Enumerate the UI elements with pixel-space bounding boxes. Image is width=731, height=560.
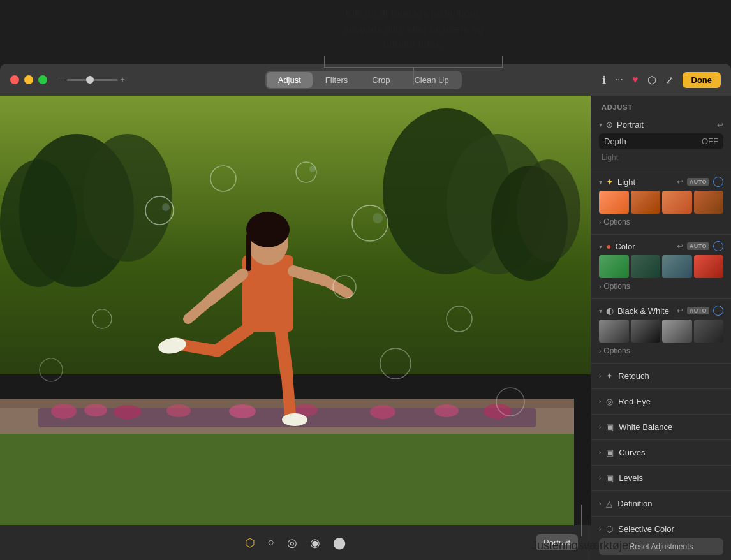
brightness-thumb	[86, 76, 94, 84]
light-auto-badge[interactable]: AUTO	[687, 178, 709, 186]
maximize-button[interactable]	[38, 75, 47, 84]
color-title: Color	[615, 242, 672, 251]
redeye-section[interactable]: › ◎ Red-Eye	[591, 392, 731, 411]
brightness-slider[interactable]	[67, 79, 118, 81]
minimize-button[interactable]	[24, 75, 33, 84]
tab-filters[interactable]: Filters	[314, 72, 359, 88]
whitebalance-section[interactable]: › ▣ White Balance	[591, 417, 731, 437]
chevron-right-redeye: ›	[599, 398, 601, 405]
more-icon[interactable]: ···	[615, 74, 623, 85]
light-section: ▾ ✦ Light ↩ AUTO ›	[591, 173, 731, 232]
bw-section: ▾ ◐ Black & White ↩ AUTO ›	[591, 302, 731, 360]
svg-rect-10	[0, 399, 574, 408]
circle-2-icon[interactable]: ◎	[287, 536, 297, 550]
svg-rect-9	[0, 399, 574, 434]
crop-icon[interactable]: ⤢	[665, 74, 674, 86]
redeye-icon: ◎	[606, 397, 613, 406]
color-thumb-4[interactable]	[694, 255, 724, 278]
divider-4	[591, 363, 731, 364]
light-options[interactable]: › Options	[599, 216, 723, 228]
bw-options-label: Options	[603, 346, 630, 355]
color-circle-btn[interactable]	[713, 241, 723, 251]
color-undo-icon[interactable]: ↩	[677, 242, 683, 251]
light-header[interactable]: ▾ ✦ Light ↩ AUTO	[599, 177, 723, 187]
heart-icon[interactable]: ♥	[632, 74, 639, 85]
depth-label: Depth	[604, 136, 702, 146]
photo-area[interactable]: ⬡ ○ ◎ ◉ ⬤ Portrait	[0, 96, 591, 560]
svg-point-15	[166, 404, 191, 417]
bw-thumb-3[interactable]	[662, 320, 692, 343]
levels-section[interactable]: › ▣ Levels	[591, 468, 731, 488]
levels-icon: ▣	[606, 473, 614, 483]
chevron-down-light: ▾	[599, 179, 602, 186]
color-auto-badge[interactable]: AUTO	[687, 242, 709, 250]
bw-thumb-2[interactable]	[631, 320, 661, 343]
main-content: ⬡ ○ ◎ ◉ ⬤ Portrait ADJUST ▾ ⊙ Portrait ↩	[0, 96, 731, 560]
tab-cleanup[interactable]: Clean Up	[402, 72, 460, 88]
close-button[interactable]	[10, 75, 19, 84]
retouch-section[interactable]: › ✦ Retouch	[591, 366, 731, 386]
info-icon[interactable]: ℹ	[602, 74, 606, 86]
light-thumb-4[interactable]	[694, 191, 724, 214]
svg-rect-11	[38, 408, 536, 427]
chevron-right-bw-options: ›	[599, 348, 601, 355]
brightness-control: – +	[60, 75, 125, 84]
app-window: – + Adjust Filters Crop Clean Up ℹ ··· ♥…	[0, 64, 731, 560]
svg-point-18	[370, 405, 395, 419]
light-circle-btn[interactable]	[713, 177, 723, 187]
levels-title: Levels	[619, 473, 643, 483]
portrait-undo-icon[interactable]: ↩	[717, 121, 723, 129]
tab-adjust[interactable]: Adjust	[267, 72, 313, 88]
bw-auto-badge[interactable]: AUTO	[687, 307, 709, 314]
color-options[interactable]: › Options	[599, 281, 723, 292]
bw-undo-icon[interactable]: ↩	[677, 306, 683, 315]
circle-1-icon[interactable]: ○	[268, 536, 275, 549]
light-thumb-2[interactable]	[631, 191, 661, 214]
tab-crop[interactable]: Crop	[360, 72, 401, 88]
curves-section[interactable]: › ▣ Curves	[591, 443, 731, 462]
panel-scroll[interactable]: ▾ ⊙ Portrait ↩ Depth OFF Light ▾	[591, 116, 731, 533]
color-thumb-2[interactable]	[631, 255, 661, 278]
light-thumb-3[interactable]	[662, 191, 692, 214]
bw-title: Black & White	[617, 306, 673, 316]
light-thumb-1[interactable]	[599, 191, 629, 214]
portrait-section: ▾ ⊙ Portrait ↩ Depth OFF Light	[591, 116, 731, 167]
portrait-header[interactable]: ▾ ⊙ Portrait ↩	[599, 120, 723, 129]
bw-thumb-1[interactable]	[599, 320, 629, 343]
bw-circle-btn[interactable]	[713, 306, 723, 316]
divider-8	[591, 465, 731, 466]
chevron-right-curves: ›	[599, 449, 601, 456]
wb-icon: ▣	[606, 422, 614, 432]
toolbar-tabs: Adjust Filters Crop Clean Up	[265, 71, 462, 89]
circle-3-icon[interactable]: ◉	[310, 536, 320, 550]
light-undo-icon[interactable]: ↩	[677, 177, 683, 186]
chevron-down-color: ▾	[599, 243, 602, 250]
bw-options[interactable]: › Options	[599, 345, 723, 357]
portrait-title: Portrait	[617, 120, 713, 129]
share-icon[interactable]: ⬡	[647, 74, 656, 86]
divider-9	[591, 490, 731, 491]
color-icon: ●	[606, 241, 611, 251]
circle-4-icon[interactable]: ⬤	[333, 536, 346, 550]
retouch-title: Retouch	[618, 371, 649, 381]
panel-header: ADJUST	[591, 96, 731, 116]
done-button[interactable]: Done	[683, 72, 721, 88]
bw-header[interactable]: ▾ ◐ Black & White ↩ AUTO	[599, 306, 723, 316]
curves-icon: ▣	[606, 448, 614, 457]
color-thumbnails	[599, 255, 723, 278]
color-section: ▾ ● Color ↩ AUTO ›	[591, 237, 731, 296]
svg-point-16	[229, 404, 256, 418]
bw-thumb-4[interactable]	[694, 320, 724, 343]
depth-row[interactable]: Depth OFF	[599, 133, 723, 149]
color-header[interactable]: ▾ ● Color ↩ AUTO	[599, 241, 723, 251]
divider-7	[591, 439, 731, 440]
color-thumb-1[interactable]	[599, 255, 629, 278]
brightness-plus-icon: +	[121, 75, 125, 84]
color-thumb-3[interactable]	[662, 255, 692, 278]
light-title: Light	[617, 177, 673, 187]
chevron-right-levels: ›	[599, 475, 601, 482]
hexagon-icon[interactable]: ⬡	[245, 536, 255, 550]
annotation-line-vertical	[581, 505, 582, 536]
bw-thumbnails	[599, 320, 723, 343]
tooltip-text: Klik for at foretage justeringer, anvend…	[223, 6, 603, 52]
